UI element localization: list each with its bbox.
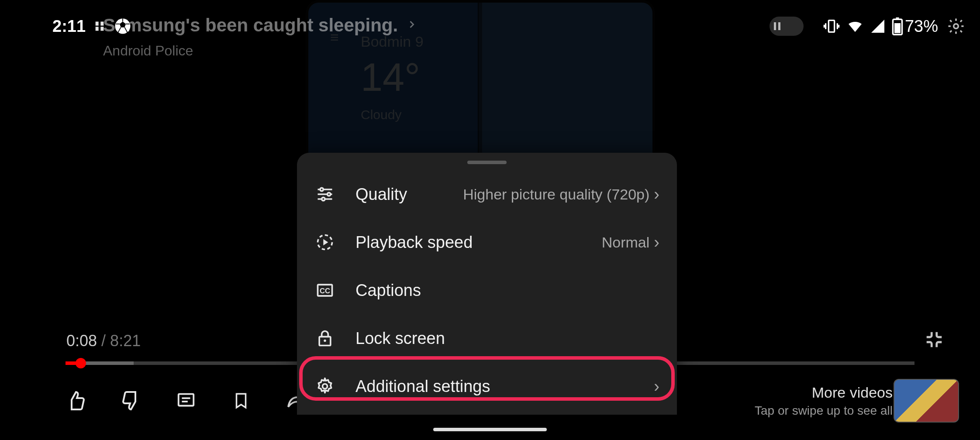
svg-rect-5 [894,23,901,33]
svg-text:CC: CC [320,287,330,295]
settings-row-additional-settings[interactable]: Additional settings › [297,362,677,410]
gesture-bar[interactable] [433,428,547,431]
playback-speed-icon [315,233,335,252]
soccer-ball-icon [114,17,132,35]
action-bar [64,388,308,413]
battery-icon: 73% [892,17,938,36]
svg-point-21 [324,340,326,342]
gear-icon [315,377,335,396]
chevron-right-icon: › [654,377,659,396]
svg-marker-17 [323,239,328,246]
svg-point-14 [328,192,331,196]
pause-pill-icon [770,17,804,36]
more-videos-block[interactable]: More videos Tap or swipe up to see all [755,384,893,418]
status-time: 2:11 [52,17,86,36]
time-display: 0:08 / 8:21 [66,332,141,350]
wifi-icon [846,17,864,35]
player-screen: ≡ Bodmin 9 14° Cloudy Samsung's been cau… [0,0,980,440]
status-bar: 2:11 73% [0,13,980,39]
settings-row-label: Quality [355,185,407,204]
svg-rect-2 [828,21,834,32]
app-notification-icon [93,20,106,32]
settings-row-quality[interactable]: Quality Higher picture quality (720p) › [297,170,677,218]
like-button[interactable] [64,388,88,413]
time-elapsed: 0:08 [66,332,97,350]
lock-icon [315,329,335,348]
settings-row-value: Normal [602,234,650,251]
exit-fullscreen-icon[interactable] [924,330,944,351]
settings-row-value: Higher picture quality (720p) [463,186,649,203]
settings-row-label: Captions [355,281,421,300]
chevron-right-icon: › [654,185,659,204]
chevron-right-icon: › [654,233,659,252]
system-gear-icon[interactable] [947,17,965,35]
battery-percent: 73% [905,17,938,36]
settings-row-label: Playback speed [355,233,473,252]
svg-rect-7 [179,394,194,406]
svg-rect-4 [896,17,899,19]
more-videos-hint: Tap or swipe up to see all [755,404,893,418]
svg-point-13 [320,188,323,191]
dislike-button[interactable] [119,388,143,413]
vibrate-icon [823,17,840,35]
settings-row-label: Additional settings [355,377,490,396]
more-videos-title: More videos [755,384,893,401]
save-button[interactable] [229,388,253,413]
settings-row-captions[interactable]: CC Captions [297,266,677,314]
svg-point-15 [322,197,325,200]
tune-icon [315,185,335,204]
settings-row-playback-speed[interactable]: Playback speed Normal › [297,218,677,266]
captions-icon: CC [315,281,335,300]
progress-thumb[interactable] [76,358,86,368]
time-duration: 8:21 [110,332,141,350]
more-videos-thumbnail[interactable] [894,379,959,423]
svg-point-6 [954,24,959,29]
comment-button[interactable] [174,388,198,413]
sheet-drag-handle[interactable] [467,161,507,164]
settings-row-label: Lock screen [355,329,445,348]
settings-row-lock-screen[interactable]: Lock screen [297,314,677,362]
channel-name: Android Police [103,43,418,59]
settings-sheet: Quality Higher picture quality (720p) › … [297,153,677,415]
cell-signal-icon [870,18,886,34]
svg-point-22 [323,384,328,389]
